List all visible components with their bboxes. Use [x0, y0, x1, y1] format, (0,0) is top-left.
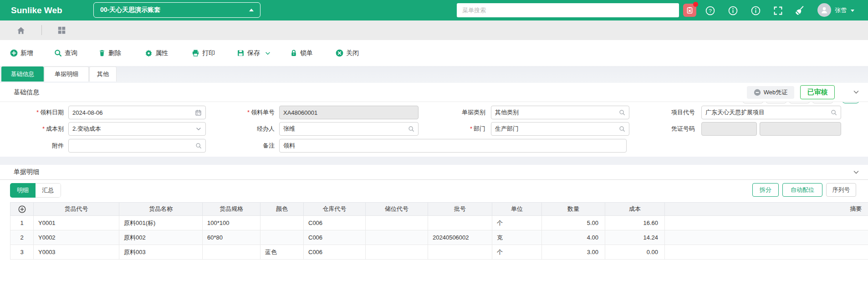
tab-summary[interactable]: 汇总 — [36, 183, 61, 198]
cost-type-select[interactable] — [68, 122, 206, 136]
collapse-detail-icon[interactable] — [853, 168, 860, 178]
about-icon[interactable] — [751, 5, 761, 15]
tab-detail-lines[interactable]: 明细 — [10, 183, 36, 198]
lookup-search-icon[interactable] — [195, 143, 202, 149]
query-button[interactable]: 查询 — [54, 49, 77, 57]
cell-item-code[interactable]: Y0002 — [34, 230, 119, 245]
collapse-basic-icon[interactable] — [853, 88, 860, 97]
notification-clipboard-icon[interactable] — [683, 4, 696, 17]
cell-unit[interactable]: 克 — [492, 230, 542, 245]
remark-field[interactable] — [279, 139, 627, 153]
cell-cost[interactable]: 16.60 — [605, 216, 665, 230]
cell-qty[interactable]: 5.00 — [542, 216, 605, 230]
cell-item-name[interactable]: 原料002 — [119, 230, 203, 245]
col-header[interactable]: 储位代号 — [366, 203, 428, 216]
web-voucher-toggle[interactable]: Web凭证 — [747, 86, 794, 99]
lookup-search-icon[interactable] — [408, 126, 414, 132]
cell-cost[interactable]: 0.00 — [605, 245, 665, 260]
cell-unit[interactable]: 个 — [492, 216, 542, 230]
add-row-button[interactable] — [10, 203, 34, 216]
tab-basic-info[interactable]: 基础信息 — [1, 66, 44, 82]
cell-qty[interactable]: 4.00 — [542, 230, 605, 245]
cell-color[interactable]: 蓝色 — [260, 245, 304, 260]
clear-cache-broom-icon[interactable] — [795, 5, 805, 15]
col-header[interactable]: 批号 — [428, 203, 492, 216]
lock-button[interactable]: 锁单 — [290, 49, 313, 57]
attachment-input[interactable] — [72, 143, 193, 149]
close-button[interactable]: 关闭 — [336, 49, 359, 57]
col-header[interactable]: 单位 — [492, 203, 542, 216]
lookup-search-icon[interactable] — [619, 109, 625, 116]
col-header[interactable]: 摘要 — [665, 203, 868, 216]
col-header[interactable]: 货品规格 — [203, 203, 260, 216]
col-header[interactable]: 成本 — [605, 203, 665, 216]
department-field[interactable] — [491, 122, 629, 136]
cell-color[interactable] — [260, 230, 304, 245]
properties-button[interactable]: 属性 — [145, 49, 168, 57]
department-input[interactable] — [495, 126, 616, 133]
cell-batch[interactable] — [428, 216, 492, 230]
project-input[interactable] — [705, 109, 828, 116]
serial-number-button[interactable]: 序列号 — [826, 183, 856, 197]
chevron-down-icon[interactable] — [195, 126, 202, 132]
cell-item-name[interactable]: 原料003 — [119, 245, 203, 260]
cell-bin[interactable] — [366, 216, 428, 230]
col-header[interactable]: 数量 — [542, 203, 605, 216]
delete-button[interactable]: 删除 — [98, 49, 121, 57]
account-set-dropdown[interactable]: 00-天心天思演示账套 — [93, 2, 260, 18]
project-field[interactable] — [701, 106, 841, 119]
cell-summary[interactable] — [665, 216, 868, 230]
print-button[interactable]: 打印 — [192, 49, 215, 57]
cell-batch[interactable] — [428, 245, 492, 260]
cell-color[interactable] — [260, 216, 304, 230]
col-header[interactable]: 货品代号 — [34, 203, 119, 216]
new-button[interactable]: 新增 — [10, 49, 33, 57]
cell-warehouse[interactable]: C006 — [304, 230, 366, 245]
split-button[interactable]: 拆分 — [752, 183, 779, 197]
cell-batch[interactable]: 20240506002 — [428, 230, 492, 245]
pick-date-field[interactable] — [68, 106, 206, 119]
cell-cost[interactable]: 14.24 — [605, 230, 665, 245]
cell-summary[interactable] — [665, 230, 868, 245]
tab-other[interactable]: 其他 — [89, 66, 117, 82]
col-header[interactable]: 仓库代号 — [304, 203, 366, 216]
cell-bin[interactable] — [366, 245, 428, 260]
cost-type-input[interactable] — [72, 126, 193, 133]
cell-unit[interactable]: 个 — [492, 245, 542, 260]
lookup-search-icon[interactable] — [619, 126, 625, 132]
cell-qty[interactable]: 3.00 — [542, 245, 605, 260]
handler-field[interactable] — [279, 122, 419, 136]
col-header[interactable]: 颜色 — [260, 203, 304, 216]
cell-item-name[interactable]: 原料001(标) — [119, 216, 203, 230]
attachment-field[interactable] — [68, 139, 206, 153]
doc-type-field[interactable] — [491, 106, 629, 119]
save-dropdown-button[interactable] — [265, 50, 271, 56]
lookup-search-icon[interactable] — [831, 109, 837, 116]
tab-doc-detail[interactable]: 单据明细 — [44, 66, 89, 82]
user-menu[interactable]: 张雪 — [835, 0, 854, 20]
handler-input[interactable] — [283, 126, 405, 133]
home-button[interactable] — [16, 26, 26, 37]
cell-warehouse[interactable]: C006 — [304, 216, 366, 230]
cell-item-code[interactable]: Y0003 — [34, 245, 119, 260]
cell-bin[interactable] — [366, 230, 428, 245]
cell-item-spec[interactable]: 60*80 — [203, 230, 260, 245]
apps-grid-button[interactable] — [57, 26, 66, 36]
doc-type-input[interactable] — [495, 109, 616, 116]
cell-summary[interactable] — [665, 245, 868, 260]
save-button[interactable]: 保存 — [237, 49, 260, 57]
cell-item-spec[interactable] — [203, 245, 260, 260]
cell-item-spec[interactable]: 100*100 — [203, 216, 260, 230]
remark-input[interactable] — [283, 143, 623, 149]
user-avatar[interactable] — [817, 3, 831, 17]
col-header[interactable]: 货品名称 — [119, 203, 203, 216]
menu-search-input[interactable] — [457, 3, 679, 17]
cell-warehouse[interactable]: C006 — [304, 245, 366, 260]
auto-allocate-button[interactable]: 自动配位 — [782, 183, 822, 197]
info-icon[interactable] — [728, 5, 738, 15]
calendar-icon[interactable] — [195, 109, 202, 116]
pick-date-input[interactable] — [72, 109, 192, 116]
fullscreen-icon[interactable] — [773, 5, 783, 15]
cell-item-code[interactable]: Y0001 — [34, 216, 119, 230]
help-icon[interactable]: ? — [705, 5, 715, 15]
